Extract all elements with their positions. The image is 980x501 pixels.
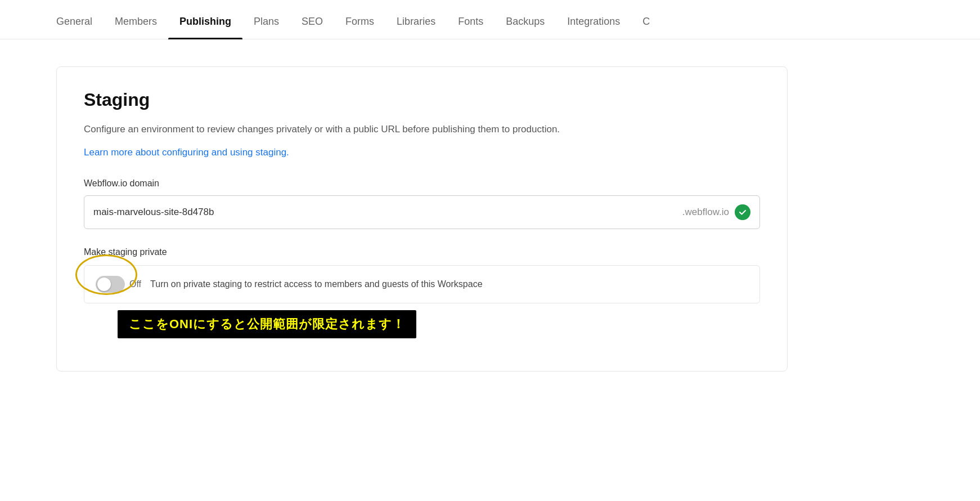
tab-forms[interactable]: Forms: [334, 0, 385, 39]
tab-publishing[interactable]: Publishing: [168, 0, 242, 39]
domain-input-row: mais-marvelous-site-8d478b .webflow.io: [84, 195, 760, 229]
staging-private-row: Off Turn on private staging to restrict …: [84, 265, 760, 303]
tab-members[interactable]: Members: [104, 0, 168, 39]
domain-suffix: .webflow.io: [682, 207, 729, 218]
staging-private-description: Turn on private staging to restrict acce…: [150, 279, 482, 289]
tab-plans[interactable]: Plans: [242, 0, 290, 39]
toggle-knob: [97, 278, 111, 291]
learn-more-link[interactable]: Learn more about configuring and using s…: [84, 147, 289, 158]
make-private-label: Make staging private: [84, 247, 760, 257]
private-staging-toggle[interactable]: [96, 276, 125, 293]
tab-navigation: General Members Publishing Plans SEO For…: [0, 0, 980, 39]
tab-backups[interactable]: Backups: [495, 0, 556, 39]
annotation-banner: ここをONIにすると公開範囲が限定されます！: [118, 310, 416, 338]
tab-c[interactable]: C: [631, 0, 661, 39]
staging-private-container: Off Turn on private staging to restrict …: [84, 265, 760, 303]
tab-libraries[interactable]: Libraries: [385, 0, 447, 39]
tab-fonts[interactable]: Fonts: [447, 0, 495, 39]
tab-general[interactable]: General: [45, 0, 104, 39]
staging-title: Staging: [84, 90, 760, 110]
domain-label: Webflow.io domain: [84, 178, 760, 189]
domain-suffix-area: .webflow.io: [682, 204, 750, 220]
domain-value[interactable]: mais-marvelous-site-8d478b: [93, 207, 682, 218]
staging-section: Staging Configure an environment to revi…: [56, 66, 788, 372]
tab-seo[interactable]: SEO: [290, 0, 334, 39]
tab-integrations[interactable]: Integrations: [556, 0, 631, 39]
domain-check-icon: [735, 204, 750, 220]
toggle-wrapper: Off: [96, 276, 141, 293]
staging-description: Configure an environment to review chang…: [84, 122, 590, 137]
toggle-off-label: Off: [129, 279, 141, 289]
main-content: Staging Configure an environment to revi…: [0, 39, 844, 394]
